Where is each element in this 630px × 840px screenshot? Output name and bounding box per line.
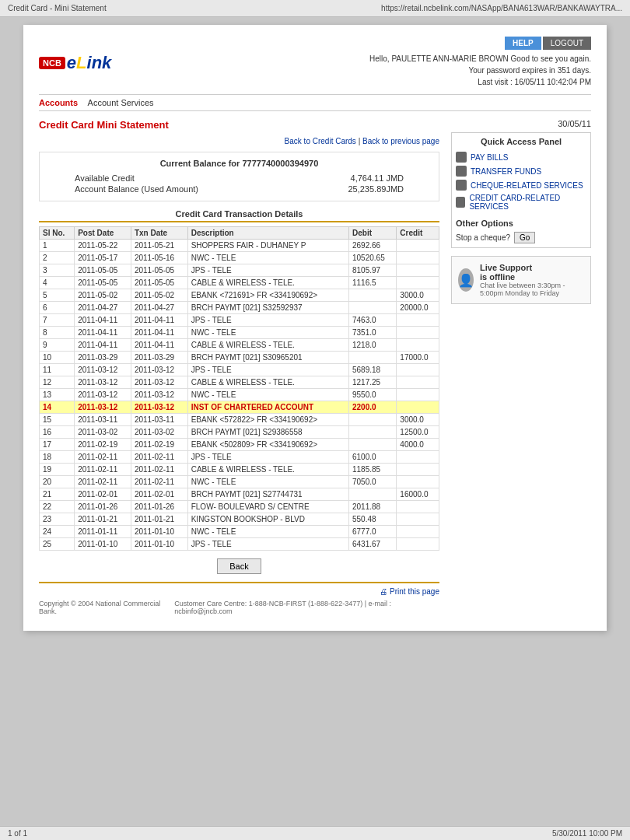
- help-button[interactable]: HELP: [505, 37, 541, 50]
- support-info: Live Support is offline Chat live betwee…: [480, 263, 584, 297]
- ncb-text: NCB: [43, 58, 61, 68]
- nav-links: Back to Credit Cards | Back to previous …: [39, 137, 439, 145]
- account-balance-label: Account Balance (Used Amount): [75, 184, 198, 194]
- user-info: Hello, PAULETTE ANN-MARIE BROWN Good to …: [369, 53, 591, 88]
- nav-bar: Accounts Account Services: [39, 94, 591, 111]
- account-balance-row: Account Balance (Used Amount) 25,235.89J…: [51, 184, 427, 194]
- live-support-panel: 👤 Live Support is offline Chat live betw…: [451, 256, 591, 304]
- password-notice: Your password expires in 351 days.: [369, 65, 591, 76]
- main-layout: Credit Card Mini Statement Back to Credi…: [39, 119, 591, 615]
- table-row: 142011-03-122011-03-12INST OF CHARTERED …: [40, 401, 439, 414]
- credit-card-services-label: CREDIT CARD-RELATED SERVICES: [469, 194, 586, 211]
- col-credit: Credit: [397, 227, 439, 240]
- go-button[interactable]: Go: [514, 232, 535, 243]
- table-row: 32011-05-052011-05-05JPS - TELE8105.97: [40, 264, 439, 277]
- header-top: HELP LOGOUT: [39, 37, 591, 50]
- table-row: 192011-02-112011-02-11CABLE & WIRELESS -…: [40, 464, 439, 476]
- stop-cheque-label: Stop a cheque?: [456, 233, 510, 242]
- col-sl: Sl No.: [40, 227, 75, 240]
- balance-section: Current Balance for 7777740000394970 Ava…: [39, 152, 439, 201]
- table-row: 112011-03-122011-03-12JPS - TELE5689.18: [40, 364, 439, 376]
- header-main: NCB eLink Hello, PAULETTE ANN-MARIE BROW…: [39, 53, 591, 88]
- logout-button[interactable]: LOGOUT: [543, 37, 591, 50]
- credit-card-services-icon: [456, 197, 465, 208]
- table-row: 162011-03-022011-03-02BRCH PAYMT [021] S…: [40, 426, 439, 439]
- last-visit: Last visit : 16/05/11 10:42:04 PM: [369, 76, 591, 88]
- browser-bottom: 1 of 1 5/30/2011 10:00 PM: [0, 826, 630, 840]
- table-row: 182011-02-112011-02-11JPS - TELE6100.0: [40, 451, 439, 464]
- url-bar: https://retail.ncbelink.com/NASApp/BANA6…: [381, 4, 622, 12]
- footer-line: 🖨 Print this page Copyright © 2004 Natio…: [39, 582, 439, 615]
- pay-bills-icon: [456, 152, 467, 163]
- pay-bills-label: PAY BILLS: [471, 153, 508, 162]
- table-row: 242011-01-112011-01-10NWC - TELE6777.0: [40, 526, 439, 538]
- stop-cheque-row: Stop a cheque? Go: [456, 232, 586, 243]
- ncb-logo: NCB: [39, 57, 65, 69]
- logo-area: NCB eLink: [39, 53, 111, 73]
- cheque-services-item[interactable]: CHEQUE-RELATED SERVICES: [456, 178, 586, 192]
- transfer-funds-item[interactable]: TRANSFER FUNDS: [456, 164, 586, 178]
- live-support-title: Live Support: [480, 263, 584, 272]
- credit-card-title: Credit Card Mini Statement: [39, 119, 439, 131]
- available-credit-value: 4,764.11 JMD: [351, 173, 404, 183]
- browser-bar: Credit Card - Mini Statement https://ret…: [0, 0, 630, 17]
- table-row: 62011-04-272011-04-27BRCH PAYMT [021] S3…: [40, 302, 439, 314]
- other-options-label: Other Options: [456, 219, 586, 228]
- transfer-funds-icon: [456, 166, 467, 177]
- table-row: 52011-05-022011-05-02EBANK <721691> FR <…: [40, 289, 439, 302]
- table-row: 102011-03-292011-03-29BRCH PAYMT [021] S…: [40, 352, 439, 364]
- table-row: 122011-03-122011-03-12CABLE & WIRELESS -…: [40, 376, 439, 389]
- txn-title: Credit Card Transaction Details: [39, 209, 439, 222]
- sidebar: 30/05/11 Quick Access Panel PAY BILLS TR…: [451, 119, 591, 615]
- page-wrapper: HELP LOGOUT NCB eLink Hello, PAULETTE AN…: [0, 17, 630, 826]
- print-label[interactable]: 🖨 Print this page: [380, 587, 439, 596]
- available-credit-label: Available Credit: [75, 173, 135, 183]
- transaction-table: Sl No. Post Date Txn Date Description De…: [39, 226, 439, 551]
- table-row: 202011-02-112011-02-11NWC - TELE7050.0: [40, 476, 439, 488]
- col-txn: Txn Date: [131, 227, 187, 240]
- page-title-tab: Credit Card - Mini Statement: [8, 4, 107, 12]
- table-row: 152011-03-112011-03-11EBANK <572822> FR …: [40, 414, 439, 426]
- col-desc: Description: [187, 227, 348, 240]
- cheque-services-label: CHEQUE-RELATED SERVICES: [471, 181, 583, 190]
- back-button[interactable]: Back: [217, 558, 261, 574]
- transaction-section: Credit Card Transaction Details Sl No. P…: [39, 209, 439, 551]
- current-balance-title: Current Balance for 7777740000394970: [51, 159, 427, 168]
- table-row: 212011-02-012011-02-01BRCH PAYMT [021] S…: [40, 488, 439, 501]
- customer-care: Customer Care Centre: 1-888-NCB-FIRST (1…: [174, 600, 439, 615]
- page-count: 1 of 1: [8, 829, 27, 838]
- print-row[interactable]: 🖨 Print this page: [39, 587, 439, 596]
- table-row: 172011-02-192011-02-19EBANK <502809> FR …: [40, 439, 439, 451]
- table-row: 82011-04-112011-04-11NWC - TELE7351.0: [40, 327, 439, 339]
- copyright-text: Copyright © 2004 National Commercial Ban…: [39, 600, 174, 615]
- available-credit-row: Available Credit 4,764.11 JMD: [51, 173, 427, 184]
- cheque-services-icon: [456, 180, 467, 191]
- pay-bills-item[interactable]: PAY BILLS: [456, 150, 586, 164]
- table-row: 92011-04-112011-04-11CABLE & WIRELESS - …: [40, 339, 439, 352]
- live-support-status: is offline: [480, 272, 584, 282]
- user-greeting: Hello, PAULETTE ANN-MARIE BROWN Good to …: [369, 53, 591, 65]
- date-display: 30/05/11: [451, 119, 591, 128]
- page-content: HELP LOGOUT NCB eLink Hello, PAULETTE AN…: [23, 25, 607, 631]
- col-post: Post Date: [75, 227, 131, 240]
- table-row: 132011-03-122011-03-12NWC - TELE9550.0: [40, 389, 439, 401]
- back-to-previous-link[interactable]: Back to previous page: [362, 137, 439, 145]
- back-to-credit-cards-link[interactable]: Back to Credit Cards: [285, 137, 356, 145]
- table-row: 12011-05-222011-05-21SHOPPERS FAIR - DUH…: [40, 240, 439, 252]
- credit-card-services-item[interactable]: CREDIT CARD-RELATED SERVICES: [456, 192, 586, 212]
- account-balance-value: 25,235.89JMD: [348, 184, 404, 194]
- quick-panel-title: Quick Access Panel: [456, 137, 586, 146]
- col-debit: Debit: [349, 227, 397, 240]
- browser-datetime: 5/30/2011 10:00 PM: [552, 829, 622, 838]
- live-support-hours: Chat live between 3:30pm - 5:00pm Monday…: [480, 282, 584, 297]
- table-row: 222011-01-262011-01-26FLOW- BOULEVARD S/…: [40, 501, 439, 513]
- support-icon: 👤: [458, 268, 474, 292]
- nav-accounts-link[interactable]: Accounts: [39, 98, 78, 107]
- table-row: 72011-04-112011-04-11JPS - TELE7463.0: [40, 314, 439, 327]
- table-row: 252011-01-102011-01-10JPS - TELE6431.67: [40, 538, 439, 551]
- nav-account-services: Account Services: [88, 98, 154, 107]
- table-row: 22011-05-172011-05-16NWC - TELE10520.65: [40, 252, 439, 264]
- quick-access-panel: Quick Access Panel PAY BILLS TRANSFER FU…: [451, 132, 591, 248]
- elink-logo: eLink: [67, 53, 112, 73]
- table-row: 232011-01-212011-01-21KINGSTON BOOKSHOP …: [40, 513, 439, 526]
